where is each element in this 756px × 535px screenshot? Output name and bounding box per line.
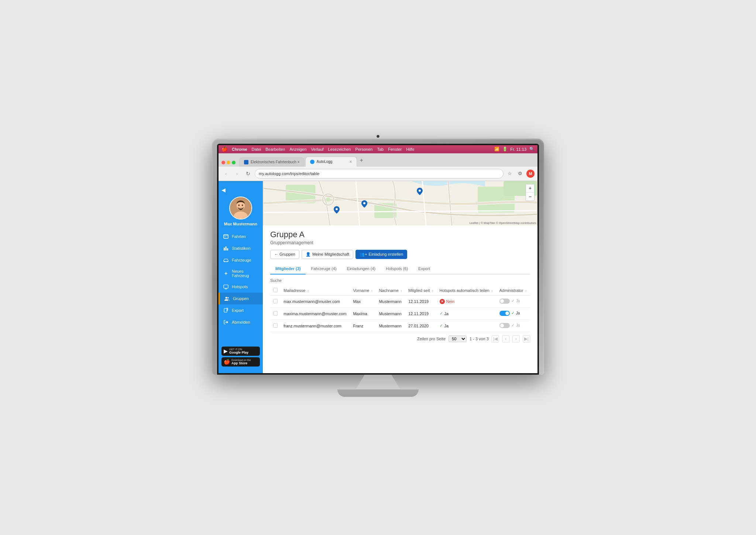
- last-page-btn[interactable]: ▶|: [523, 335, 530, 343]
- reload-button[interactable]: ↻: [244, 169, 252, 178]
- col-share-hotspots-sort: ↕: [491, 289, 493, 293]
- row3-email: franz.mustermann@muster.com: [281, 320, 350, 332]
- col-lastname[interactable]: Nachname ↕: [376, 286, 405, 296]
- sidebar-item-hotspots[interactable]: Hotspots: [219, 281, 263, 293]
- tab-export[interactable]: Export: [413, 263, 435, 275]
- map-svg: [263, 181, 537, 225]
- sidebar-item-gruppen[interactable]: Gruppen: [219, 293, 263, 304]
- sidebar-toggle[interactable]: ◀: [221, 187, 226, 193]
- lesezeichen-menu[interactable]: Lesezeichen: [328, 147, 351, 151]
- search-icon[interactable]: 🔍: [529, 147, 535, 151]
- col-email-label: Mailadresse: [284, 288, 305, 293]
- header-checkbox[interactable]: [273, 288, 278, 292]
- bearbeiten-menu[interactable]: Bearbeiten: [265, 147, 285, 151]
- browser-toolbar: ‹ › ↻ ☆ ⚙ M: [219, 167, 537, 181]
- map-zoom-out[interactable]: −: [526, 192, 534, 201]
- maximize-btn[interactable]: [232, 161, 236, 164]
- map-zoom-in[interactable]: +: [526, 184, 534, 192]
- svg-rect-8: [224, 248, 225, 251]
- close-btn[interactable]: [221, 161, 225, 164]
- anzeigen-menu[interactable]: Anzeigen: [289, 147, 306, 151]
- col-admin-label: Administrator: [499, 288, 523, 293]
- monitor-stand-top: [356, 375, 400, 389]
- page-subtitle: Gruppenmanagement: [270, 240, 530, 245]
- prev-page-btn[interactable]: ‹: [502, 335, 509, 343]
- row2-hotspot-icon: ✓: [440, 311, 443, 316]
- rows-per-page-select[interactable]: 50 25 100: [449, 335, 467, 342]
- chrome-menu[interactable]: Chrome: [232, 147, 247, 151]
- fenster-menu[interactable]: Fenster: [388, 147, 402, 151]
- col-email[interactable]: Mailadresse ↕: [281, 286, 350, 296]
- next-page-btn[interactable]: ›: [512, 335, 520, 343]
- page-title: Gruppe A: [270, 230, 530, 239]
- store-buttons: ▶ GET IT ON Google Play 🍎 Download on th…: [219, 344, 263, 369]
- tab-1[interactable]: Elektronisches Fahrtenbuch ×: [239, 157, 305, 167]
- svg-point-34: [336, 208, 338, 210]
- membership-button[interactable]: 👤 Meine Mitgliedschaft: [302, 250, 353, 259]
- extension-button[interactable]: ⚙: [516, 170, 524, 178]
- clock: Fr. 11:13: [511, 147, 526, 151]
- sidebar-item-abmelden[interactable]: Abmelden: [219, 316, 263, 328]
- monitor-wrapper: 🍎 Chrome Datei Bearbeiten Anzeigen Verla…: [212, 124, 544, 412]
- forward-button[interactable]: ›: [233, 169, 241, 178]
- tab-menu[interactable]: Tab: [377, 147, 384, 151]
- tab-einladungen[interactable]: Einladungen (4): [342, 263, 381, 275]
- tab-fahrzeuge[interactable]: Fahrzeuge (4): [306, 263, 341, 275]
- bookmark-button[interactable]: ☆: [506, 170, 514, 178]
- row3-lastname: Mustermann: [376, 320, 405, 332]
- hilfe-menu[interactable]: Hilfe: [406, 147, 415, 151]
- row1-toggle-track[interactable]: [499, 299, 510, 304]
- row2-email: maxima.mustermann@muster.com: [281, 307, 350, 320]
- col-member-since[interactable]: Mitglied seit ↕: [405, 286, 436, 296]
- svg-point-12: [227, 261, 228, 262]
- minimize-btn[interactable]: [227, 161, 230, 164]
- verlauf-menu[interactable]: Verlauf: [311, 147, 323, 151]
- col-firstname-sort: ↕: [371, 289, 373, 293]
- sidebar-item-statistiken[interactable]: Statistiken: [219, 242, 263, 254]
- row3-admin: ✓ Ja: [496, 320, 530, 332]
- new-tab-button[interactable]: +: [358, 156, 365, 165]
- row3-check-icon: ✓: [511, 323, 515, 328]
- sidebar-item-fahrten[interactable]: Fahrten: [219, 231, 263, 242]
- row3-checkbox[interactable]: [273, 323, 278, 328]
- app-store-btn[interactable]: 🍎 Download on the App Store: [221, 357, 260, 367]
- svg-point-11: [224, 261, 226, 262]
- row3-firstname: Franz: [350, 320, 376, 332]
- back-button[interactable]: ‹: [221, 169, 230, 178]
- invite-button[interactable]: 👥+ Einladung erstellen: [355, 250, 407, 259]
- browser-tabs-row: Elektronisches Fahrtenbuch × AutoLogg × …: [219, 153, 537, 167]
- row3-toggle-track[interactable]: [499, 323, 510, 328]
- members-table: Mailadresse ↕ Vorname ↕ Nachname: [270, 286, 530, 332]
- address-bar[interactable]: [255, 169, 504, 178]
- sidebar-item-neues-fahrzeug[interactable]: + Neues Fahrzeug: [219, 266, 263, 281]
- row3-checkbox-cell: [270, 320, 281, 332]
- back-to-gruppen-button[interactable]: ← Gruppen: [270, 250, 299, 259]
- sidebar-item-fahrzeuge[interactable]: Fahrzeuge: [219, 254, 263, 266]
- col-admin[interactable]: Administrator ↕: [496, 286, 530, 296]
- personen-menu[interactable]: Personen: [355, 147, 372, 151]
- user-avatar-btn[interactable]: M: [526, 170, 535, 178]
- google-play-btn[interactable]: ▶ GET IT ON Google Play: [221, 347, 260, 356]
- row3-admin-label: Ja: [516, 323, 520, 327]
- fahrzeuge-icon: [223, 257, 229, 263]
- sidebar-item-export[interactable]: Export: [219, 304, 263, 316]
- tab2-close[interactable]: ×: [350, 159, 352, 164]
- row1-checkbox[interactable]: [273, 299, 278, 303]
- action-buttons: ← Gruppen 👤 Meine Mitgliedschaft 👥+ Einl…: [270, 250, 530, 259]
- apple-icon: 🍎: [224, 359, 230, 365]
- row2-checkbox[interactable]: [273, 311, 278, 316]
- col-share-hotspots[interactable]: Hotspots automatisch teilen ↕: [437, 286, 496, 296]
- datei-menu[interactable]: Datei: [252, 147, 261, 151]
- tab-hotspots[interactable]: Hotspots (6): [381, 263, 413, 275]
- first-page-btn[interactable]: |◀: [492, 335, 499, 343]
- row1-admin: ✓ Ja: [496, 295, 530, 307]
- row2-toggle-thumb: [505, 311, 509, 315]
- row2-admin-toggle: ✓ Ja: [499, 311, 520, 316]
- col-firstname[interactable]: Vorname ↕: [350, 286, 376, 296]
- tab-mitglieder[interactable]: Mitglieder (3): [270, 263, 306, 275]
- row2-check-icon: ✓: [511, 311, 515, 316]
- tab-2[interactable]: AutoLogg ×: [305, 157, 357, 167]
- apple-menu[interactable]: 🍎: [221, 146, 227, 152]
- row2-toggle-track[interactable]: [499, 311, 510, 316]
- svg-rect-9: [226, 246, 227, 251]
